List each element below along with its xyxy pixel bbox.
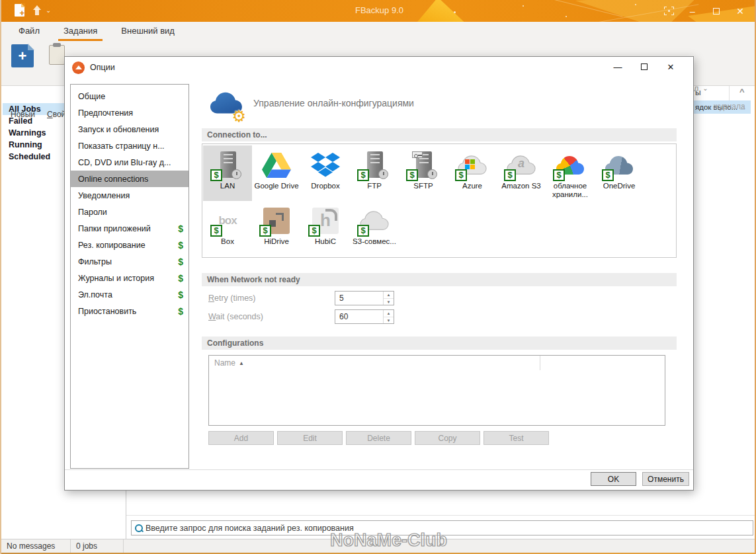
tab-файл[interactable]: Файл [9,22,49,41]
table-column-name[interactable]: Name ▲ [209,356,665,370]
category-журналы-и-история[interactable]: Журналы и история$ [71,270,189,286]
category-рез-копирование[interactable]: Рез. копирование$ [71,237,189,253]
dollar-icon: $ [178,290,183,300]
run-backup-quick-icon[interactable] [32,5,42,15]
new-job-icon[interactable] [11,44,34,67]
connection-облачное-хранили[interactable]: $облачное хранили... [546,145,595,201]
search-icon [134,524,144,533]
category-label: Общие [78,92,183,101]
connection-amazon-s3[interactable]: a$Amazon S3 [497,145,546,201]
dialog-close-button[interactable]: ✕ [657,58,684,75]
dialog-titlebar: Опции — ✕ [65,57,693,78]
custom-job-button[interactable]: Свой [47,110,65,119]
dollar-badge-icon: $ [357,225,369,237]
retry-spin-up-icon[interactable]: ▲ [384,292,394,299]
focus-mode-button[interactable] [657,0,681,22]
category-cd-dvd-или-blu-ray-д[interactable]: CD, DVD или Blu-ray д... [71,154,189,171]
custom-job-icon[interactable] [49,45,65,65]
wait-stepper: ▲ ▼ [335,309,394,324]
dollar-badge-icon: $ [406,169,418,181]
collapse-panel-icon[interactable]: ^ [739,87,745,97]
configurations-table: Name ▲ [208,355,665,426]
new-job-button[interactable]: Новый [11,110,35,119]
new-job-quick-icon[interactable] [15,4,24,17]
category-online-connections[interactable]: Online connections [71,171,189,187]
connection-google-drive[interactable]: Google Drive [252,145,301,201]
quick-access-caret-icon[interactable]: ⌄ [46,7,51,14]
category-label: Приостановить [78,307,178,316]
connection-hubic[interactable]: h$HubiC [301,201,350,257]
category-предпочтения[interactable]: Предпочтения [71,104,189,121]
connection-label: LAN [220,182,235,190]
category-показать-страницу-н[interactable]: Показать страницу н... [71,138,189,154]
category-папки-приложений[interactable]: Папки приложений$ [71,220,189,237]
dollar-icon: $ [178,273,183,284]
connection-box[interactable]: box$Box [203,201,252,257]
connection-label: облачное хранили... [546,182,594,199]
category-label: Эл.почта [78,290,178,299]
dollar-badge-icon: $ [308,225,320,237]
gear-icon: ⚙ [231,107,246,126]
retry-spin-down-icon[interactable]: ▼ [384,299,394,305]
status-messages: No messages [1,539,71,553]
wait-spin-up-icon[interactable]: ▲ [384,310,394,317]
wait-spin-down-icon[interactable]: ▼ [384,317,394,324]
category-запуск-и-обновления[interactable]: Запуск и обновления [71,121,189,138]
dialog-minimize-button[interactable]: — [605,58,631,75]
maximize-button[interactable] [704,0,728,22]
close-button[interactable]: ✕ [728,0,752,22]
connection-sftp[interactable]: $SFTP [399,145,448,201]
dollar-badge-icon: $ [357,169,369,181]
connection-label: FTP [367,182,382,190]
connection-lan[interactable]: $LAN [203,145,252,201]
connection-label: HiDrive [264,237,289,246]
connection-dropbox[interactable]: Dropbox [301,145,350,201]
connection-label: HubiC [315,237,336,246]
connection-hidrive[interactable]: $HiDrive [252,201,301,257]
connection-label: Amazon S3 [501,182,540,190]
connection-onedrive[interactable]: $OneDrive [595,145,644,201]
search-input[interactable] [146,524,753,533]
category-label: Запуск и обновления [78,125,183,134]
tab-внешний-вид[interactable]: Внешний вид [112,22,184,41]
dollar-badge-icon: $ [259,225,271,237]
category-label: Пароли [78,208,183,217]
add-button[interactable]: Add [208,431,274,445]
category-пароли[interactable]: Пароли [71,204,189,220]
show-log-caret-icon: ⌄ [702,85,708,92]
wait-input[interactable] [335,310,383,323]
category-эл-почта[interactable]: Эл.почта$ [71,286,189,303]
page-title: Управление онлайн-конфигурациями [253,98,414,108]
box-icon: box$ [212,206,243,236]
ftp-server-icon: $ [359,150,390,180]
dollar-icon: $ [178,306,183,317]
delete-button[interactable]: Delete [346,431,411,445]
category-label: Показать страницу н... [78,141,183,151]
category-общие[interactable]: Общие [71,88,189,104]
connection-ftp[interactable]: $FTP [350,145,399,201]
lan-server-icon: $ [212,150,243,180]
copy-button[interactable]: Copy [415,431,480,445]
dialog-maximize-button[interactable] [631,58,657,75]
retry-input[interactable] [335,292,383,305]
connection-s3-совмес[interactable]: $S3-совмес... [350,201,399,257]
minimize-button[interactable]: – [681,0,704,22]
cancel-button[interactable]: Отменить [642,472,689,486]
dollar-icon: $ [178,257,183,267]
category-приостановить[interactable]: Приостановить$ [71,303,189,319]
hidrive-icon: $ [261,206,292,236]
dialog-footer-separator [65,469,693,470]
wait-label: Wait (seconds) [208,312,263,321]
connection-label: Dropbox [311,182,339,190]
connection-label: Box [221,237,234,246]
tab-задания[interactable]: Задания [54,22,106,41]
test-button[interactable]: Test [483,431,549,445]
table-column-divider [540,356,540,370]
ok-button[interactable]: OK [591,472,636,486]
category-фильтры[interactable]: Фильтры$ [71,253,189,270]
section-network-not-ready: When Network not ready [202,273,677,286]
edit-button[interactable]: Edit [277,431,343,445]
s3-compatible-cloud-icon: $ [359,206,390,236]
connection-azure[interactable]: $Azure [448,145,497,201]
category-уведомления[interactable]: Уведомления [71,187,189,204]
